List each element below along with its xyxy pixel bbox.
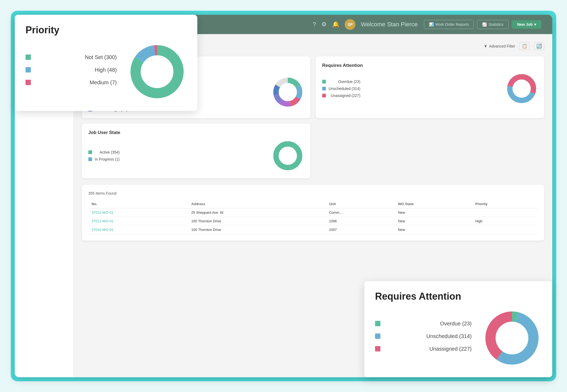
- svg-point-7: [280, 85, 295, 100]
- pp-dot-2: [26, 80, 31, 85]
- priority-popup-inner: Not Set (300) High (48) Medium (7): [26, 42, 187, 101]
- table-row: 37012-WO-01 25 Sheppard Ave. W. Comm... …: [88, 208, 538, 217]
- svg-point-22: [496, 322, 528, 354]
- cell-unit: 1006: [326, 217, 395, 226]
- job-user-state-donut: [272, 140, 304, 172]
- refresh-icon: 🔄: [536, 44, 542, 48]
- pp-dot-0: [26, 55, 31, 60]
- attention-popup-legend: Overdue (23) Unscheduled (314) Unassigne…: [375, 321, 472, 356]
- cell-wo-state: New: [395, 226, 472, 234]
- attention-popup: Requires Attention Overdue (23) Unschedu…: [364, 281, 552, 377]
- ap-dot-1: [375, 333, 380, 339]
- items-count: 355 Items Found: [88, 191, 538, 195]
- advanced-filter-button[interactable]: ▼ Advanced Filter: [484, 44, 515, 48]
- wo-link-0[interactable]: 37012-WO-01: [92, 210, 114, 215]
- col-priority: Priority: [472, 200, 538, 208]
- priority-popup-legend: Not Set (300) High (48) Medium (7): [26, 54, 117, 89]
- requires-attention-legend: Overdue (23) Unscheduled (314) Unassigne…: [322, 79, 360, 98]
- priority-popup-title: Priority: [26, 24, 187, 36]
- excel-icon: 📋: [522, 44, 527, 48]
- svg-point-11: [514, 81, 529, 96]
- data-table: No. Address Unit WO State Priority 37012…: [88, 200, 538, 234]
- jus-legend-0: Active (354): [88, 150, 120, 154]
- job-user-state-legend: Active (354) In Progress (1): [88, 150, 120, 161]
- attention-popup-donut: [482, 308, 541, 368]
- requires-attention-title: Requires Attention: [322, 63, 538, 68]
- col-address: Address: [188, 200, 326, 208]
- job-user-state-card: Job User State Active (354) In Progress …: [82, 124, 310, 178]
- cell-no: 37011-WO-01: [88, 217, 188, 226]
- cell-address: 100 Thornton Drive: [188, 226, 326, 234]
- table-row: 37010-WO-01 100 Thornton Drive 1007 New: [88, 226, 538, 234]
- col-wo-state: WO State: [395, 200, 472, 208]
- cell-no: 37012-WO-01: [88, 208, 188, 217]
- cell-wo-state: New: [395, 217, 472, 226]
- jus-dot-0: [88, 150, 92, 154]
- cell-unit: 1007: [326, 226, 395, 234]
- attention-popup-inner: Overdue (23) Unscheduled (314) Unassigne…: [375, 308, 541, 368]
- table-row: 37011-WO-01 100 Thornton Drive 1006 New …: [88, 217, 538, 226]
- statistics-button[interactable]: 📈 Statistics: [477, 20, 508, 29]
- cell-priority: High: [472, 217, 538, 226]
- requires-attention-donut: [506, 72, 538, 105]
- notifications-icon[interactable]: 🔔: [332, 21, 339, 28]
- requires-attention-card: Requires Attention Overdue (23) Unschedu…: [316, 56, 544, 118]
- pp-dot-1: [26, 67, 31, 72]
- priority-popup-donut: [128, 42, 187, 101]
- pp-legend-2: Medium (7): [26, 79, 117, 86]
- stats-icon: 📈: [482, 22, 487, 27]
- priority-popup: Priority Not Set (300) High (48) Medium …: [15, 15, 197, 111]
- cell-priority: [472, 208, 538, 217]
- wo-link-2[interactable]: 37010-WO-01: [92, 228, 114, 232]
- pp-legend-1: High (48): [26, 67, 117, 73]
- svg-point-14: [280, 148, 295, 163]
- refresh-button[interactable]: 🔄: [534, 42, 544, 50]
- ap-dot-2: [375, 346, 380, 351]
- welcome-text: Welcome Stan Pierce: [361, 21, 417, 28]
- grid-spacer: [316, 124, 544, 178]
- ap-legend-2: Unassigned (227): [375, 346, 472, 352]
- navbar-icons: ? ⚙ 🔔 SP Welcome Stan Pierce: [313, 19, 417, 30]
- ra-dot-0: [322, 80, 326, 84]
- cell-wo-state: New: [395, 208, 472, 217]
- ap-legend-0: Overdue (23): [375, 321, 472, 327]
- dropdown-icon: ▾: [534, 22, 536, 27]
- cell-address: 25 Sheppard Ave. W.: [188, 208, 326, 217]
- table-header: No. Address Unit WO State Priority: [88, 200, 538, 208]
- filter-icon: ▼: [484, 44, 488, 48]
- cell-unit: Comm...: [326, 208, 395, 217]
- help-icon[interactable]: ?: [313, 21, 316, 28]
- ra-dot-2: [322, 94, 326, 97]
- jus-dot-1: [88, 157, 92, 161]
- settings-icon[interactable]: ⚙: [321, 21, 327, 28]
- navbar-buttons: 📊 Work Order Reports 📈 Statistics New Jo…: [424, 20, 541, 29]
- items-section: 355 Items Found No. Address Unit WO Stat…: [82, 185, 544, 241]
- job-user-state-inner: Active (354) In Progress (1): [88, 140, 304, 172]
- ra-legend-0: Overdue (23): [322, 79, 360, 84]
- user-avatar: SP: [345, 19, 355, 30]
- jus-legend-1: In Progress (1): [88, 157, 120, 161]
- attention-popup-title: Requires Attention: [375, 291, 541, 302]
- ra-dot-1: [322, 87, 326, 90]
- col-unit: Unit: [326, 200, 395, 208]
- new-job-button[interactable]: New Job ▾: [512, 20, 541, 29]
- requires-attention-inner: Overdue (23) Unscheduled (314) Unassigne…: [322, 72, 538, 105]
- technician-donut: [272, 76, 304, 108]
- report-icon: 📊: [429, 22, 434, 27]
- table-body: 37012-WO-01 25 Sheppard Ave. W. Comm... …: [88, 208, 538, 234]
- pp-legend-0: Not Set (300): [26, 54, 117, 60]
- wo-link-1[interactable]: 37011-WO-01: [92, 219, 114, 223]
- job-user-state-title: Job User State: [88, 130, 304, 135]
- work-order-reports-button[interactable]: 📊 Work Order Reports: [424, 20, 474, 29]
- ap-legend-1: Unscheduled (314): [375, 333, 472, 339]
- export-excel-button[interactable]: 📋: [519, 42, 530, 50]
- ap-dot-0: [375, 321, 380, 326]
- svg-point-18: [141, 56, 173, 87]
- col-no: No.: [88, 200, 188, 208]
- ra-legend-1: Unscheduled (314): [322, 86, 360, 91]
- cell-no: 37010-WO-01: [88, 226, 188, 234]
- ra-legend-2: Unassigned (227): [322, 93, 360, 98]
- cell-address: 100 Thornton Drive: [188, 217, 326, 226]
- cell-priority: [472, 226, 538, 234]
